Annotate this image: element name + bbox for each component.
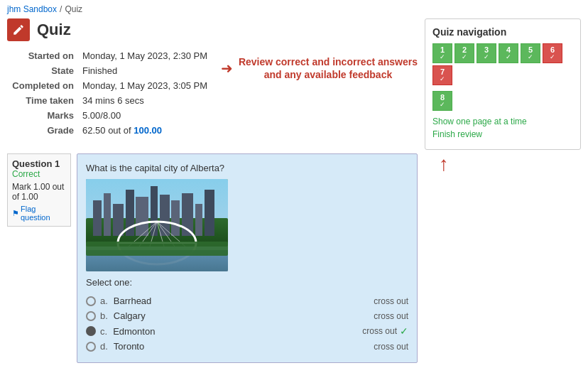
time-label: Time taken	[7, 93, 78, 108]
quiz-info-table: Started on Monday, 1 May 2023, 2:30 PM S…	[7, 48, 214, 138]
nav-button-8[interactable]: 8✓	[432, 91, 452, 111]
answer-options: a.Barrheadcross outb.Calgarycross outc.E…	[86, 293, 408, 354]
option-text: Edmonton	[113, 326, 362, 337]
quiz-icon	[7, 18, 30, 41]
marks-label: Marks	[7, 108, 78, 123]
svg-rect-7	[151, 186, 158, 236]
question-mark-info: Mark 1.00 out of 1.00	[12, 182, 66, 202]
started-label: Started on	[7, 48, 78, 63]
radio-button[interactable]	[86, 296, 96, 306]
nav-button-6[interactable]: 6✓	[543, 43, 562, 63]
review-text: Review correct and incorrect answersand …	[239, 55, 418, 81]
option-text: Barrhead	[114, 296, 374, 306]
nav-button-3[interactable]: 3✓	[477, 43, 496, 63]
question-image	[86, 179, 228, 271]
completed-label: Completed on	[7, 78, 78, 93]
completed-value: Monday, 1 May 2023, 3:05 PM	[78, 78, 214, 93]
finish-review-arrow: ↑	[425, 153, 581, 175]
cross-out-link[interactable]: cross out	[374, 296, 408, 306]
answer-option: a.Barrheadcross out	[86, 293, 408, 308]
nav-check: ✓	[484, 54, 489, 60]
question-number: Question 1	[12, 158, 66, 169]
review-arrow: ➜	[221, 60, 233, 77]
grade-link[interactable]: 100.00	[134, 125, 162, 136]
state-label: State	[7, 63, 78, 78]
select-one-label: Select one:	[86, 277, 408, 288]
cross-out-link[interactable]: cross out ✓	[362, 325, 408, 337]
svg-rect-3	[104, 193, 111, 236]
grade-prefix: 62.50 out of	[82, 125, 134, 136]
completed-row: Completed on Monday, 1 May 2023, 3:05 PM	[7, 78, 214, 93]
nav-grid-row1: 1✓2✓3✓4✓5✓6✓7✓	[432, 43, 573, 85]
flag-label: Flag question	[21, 205, 66, 222]
nav-button-7[interactable]: 7✓	[432, 65, 452, 85]
svg-rect-8	[160, 195, 170, 236]
time-value: 34 mins 6 secs	[78, 93, 214, 108]
breadcrumb-current: Quiz	[65, 4, 82, 14]
option-letter: d.	[100, 341, 108, 352]
svg-rect-2	[93, 200, 102, 236]
marks-value: 5.00/8.00	[78, 108, 214, 123]
nav-title: Quiz navigation	[432, 26, 573, 38]
option-letter: b.	[100, 310, 108, 321]
nav-button-4[interactable]: 4✓	[499, 43, 518, 63]
nav-check: ✓	[506, 54, 511, 60]
question-content-row: Question 1 Correct Mark 1.00 out of 1.00…	[7, 153, 418, 363]
question-text: What is the capital city of Alberta?	[86, 163, 408, 173]
review-section: ➜ Review correct and incorrect answersan…	[221, 55, 418, 81]
flag-question-link[interactable]: ⚑ Flag question	[12, 205, 66, 222]
nav-check: ✓	[440, 54, 445, 60]
radio-button[interactable]	[86, 326, 96, 336]
time-row: Time taken 34 mins 6 secs	[7, 93, 214, 108]
breadcrumb-home[interactable]: jhm Sandbox	[7, 4, 57, 14]
nav-grid-row2: 8✓	[432, 91, 573, 111]
quiz-title: Quiz	[37, 21, 71, 39]
nav-button-1[interactable]: 1✓	[432, 43, 452, 63]
cross-out-link[interactable]: cross out	[374, 342, 408, 352]
nav-check: ✓	[528, 54, 533, 60]
svg-rect-6	[136, 197, 148, 236]
info-and-review: Started on Monday, 1 May 2023, 2:30 PM S…	[7, 48, 418, 146]
info-section: Started on Monday, 1 May 2023, 2:30 PM S…	[7, 48, 214, 146]
question-status: Correct	[12, 169, 66, 179]
quiz-title-row: Quiz	[7, 18, 418, 41]
svg-rect-12	[205, 190, 214, 236]
option-text: Toronto	[114, 341, 374, 352]
svg-rect-11	[195, 204, 202, 236]
option-text: Calgary	[114, 310, 374, 321]
answer-option: b.Calgarycross out	[86, 308, 408, 323]
correct-checkmark: ✓	[400, 325, 408, 337]
option-letter: c.	[100, 326, 107, 337]
show-one-page-link[interactable]: Show one page at a time	[432, 117, 573, 126]
svg-rect-22	[86, 242, 228, 256]
right-panel: Quiz navigation 1✓2✓3✓4✓5✓6✓7✓ 8✓ Show o…	[425, 18, 581, 363]
radio-button[interactable]	[86, 342, 96, 352]
question-label-box: Question 1 Correct Mark 1.00 out of 1.00…	[7, 153, 71, 227]
option-letter: a.	[100, 296, 108, 306]
question-area: What is the capital city of Alberta?	[77, 153, 418, 363]
started-row: Started on Monday, 1 May 2023, 2:30 PM	[7, 48, 214, 63]
finish-review-link[interactable]: Finish review	[432, 129, 573, 139]
grade-row: Grade 62.50 out of 100.00	[7, 123, 214, 138]
cross-out-link[interactable]: cross out	[374, 311, 408, 321]
nav-check: ✓	[440, 76, 445, 82]
svg-rect-4	[113, 204, 124, 236]
grade-value: 62.50 out of 100.00	[78, 123, 214, 138]
nav-button-5[interactable]: 5✓	[521, 43, 540, 63]
nav-check: ✓	[440, 102, 445, 108]
state-row: State Finished	[7, 63, 214, 78]
state-value: Finished	[78, 63, 214, 78]
nav-button-2[interactable]: 2✓	[454, 43, 474, 63]
question-main: What is the capital city of Alberta?	[77, 153, 418, 363]
breadcrumb: jhm Sandbox / Quiz	[0, 0, 588, 18]
question-sidebar: Question 1 Correct Mark 1.00 out of 1.00…	[7, 153, 71, 363]
left-content: Quiz Started on Monday, 1 May 2023, 2:30…	[7, 18, 418, 363]
breadcrumb-separator: /	[60, 4, 62, 14]
svg-rect-9	[171, 200, 180, 236]
nav-box: Quiz navigation 1✓2✓3✓4✓5✓6✓7✓ 8✓ Show o…	[425, 18, 581, 150]
radio-button[interactable]	[86, 311, 96, 321]
nav-check: ✓	[550, 54, 555, 60]
answer-option: c.Edmontoncross out ✓	[86, 323, 408, 339]
started-value: Monday, 1 May 2023, 2:30 PM	[78, 48, 214, 63]
flag-icon: ⚑	[12, 209, 19, 218]
